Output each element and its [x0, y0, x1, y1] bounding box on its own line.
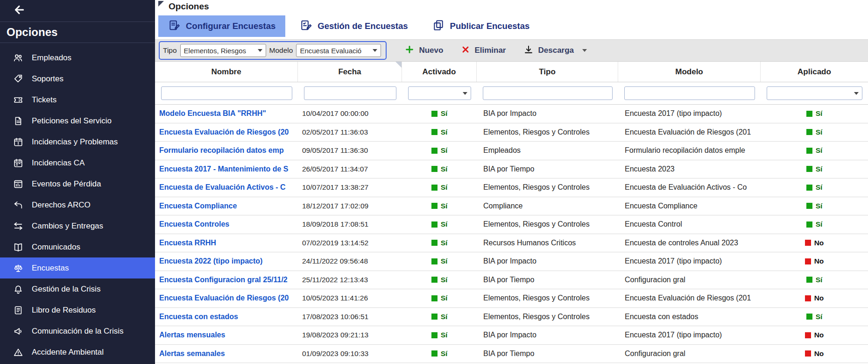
chart-icon: [13, 179, 24, 189]
sidebar-item-label: Tickets: [32, 95, 56, 105]
sidebar-item-empleados[interactable]: Empleados: [0, 47, 155, 68]
sidebar-item-label: Libro de Residuos: [32, 306, 96, 315]
row-name-link[interactable]: Encuesta 2022 (tipo impacto): [159, 257, 262, 265]
row-aplicado-status: Sí: [761, 128, 868, 136]
sidebar-item-comunicados[interactable]: Comunicados: [0, 236, 155, 257]
sidebar-item-comunicacion-de-la-crisis[interactable]: Comunicación de la Crisis: [0, 321, 155, 342]
row-name-link[interactable]: Alertas mensuales: [159, 331, 225, 339]
chevron-down-icon: [258, 49, 262, 52]
row-activado-status: Sí: [402, 257, 477, 265]
eliminar-label: Eliminar: [474, 46, 506, 55]
table-row[interactable]: Encuesta Configuracion gral 25/11/2 25/1…: [155, 271, 868, 290]
status-square-icon: [806, 314, 812, 320]
sidebar-item-eventos-de-perdida[interactable]: Eventos de Pérdida: [0, 173, 155, 194]
chevron-down-icon: [463, 92, 467, 95]
filter-select-activado[interactable]: [408, 86, 471, 100]
nuevo-button[interactable]: Nuevo: [404, 44, 443, 57]
row-fecha: 18/12/2017 17:02:09: [298, 202, 402, 210]
table-row[interactable]: Encuesta Evaluación de Riesgos (20 10/05…: [155, 289, 868, 308]
sidebar-item-encuestas[interactable]: Encuestas: [0, 257, 155, 278]
row-name-link[interactable]: Alertas semanales: [159, 350, 225, 357]
tipo-select-value: Elementos, Riesgos: [184, 47, 246, 55]
row-name-link[interactable]: Encuesta Compliance: [159, 202, 237, 210]
filter-input-nombre[interactable]: [161, 86, 292, 100]
table-row[interactable]: Formulario recopilación datos emp 09/05/…: [155, 142, 868, 160]
tab-publicar-encuestas[interactable]: Publicar Encuestas: [423, 15, 540, 37]
sidebar-item-soportes[interactable]: Soportes: [0, 68, 155, 89]
sidebar-item-tickets[interactable]: Tickets: [0, 89, 155, 110]
row-name-link[interactable]: Encuesta 2017 - Mantenimiento de S: [159, 165, 289, 173]
column-header-fecha[interactable]: Fecha: [298, 62, 402, 82]
sidebar-item-label: Peticiones del Servicio: [32, 116, 112, 126]
column-header-modelo[interactable]: Modelo: [618, 62, 761, 82]
column-header-aplicado[interactable]: Aplicado: [761, 62, 868, 82]
row-activado-status: Sí: [402, 128, 477, 136]
row-tipo: BIA por Tiempo: [477, 276, 618, 284]
collapse-panel-icon[interactable]: [158, 1, 164, 7]
row-aplicado-status: Sí: [761, 109, 868, 118]
modelo-select[interactable]: Encuesta Evaluació: [296, 44, 381, 57]
surveys-table: Nombre Fecha Activado Tipo Modelo Aplica…: [155, 62, 868, 364]
table-row[interactable]: Encuesta Compliance 18/12/2017 17:02:09 …: [155, 197, 868, 216]
table-header: Nombre Fecha Activado Tipo Modelo Aplica…: [155, 62, 868, 82]
sidebar-item-cambios-y-entregas[interactable]: Cambios y Entregas: [0, 215, 155, 236]
column-header-tipo[interactable]: Tipo: [477, 62, 618, 82]
filter-input-fecha[interactable]: [304, 86, 396, 100]
filter-input-modelo[interactable]: [624, 86, 755, 100]
row-fecha: 24/11/2022 09:56:48: [298, 257, 402, 265]
tab-configurar-encuestas[interactable]: Configurar Encuestas: [158, 15, 285, 37]
table-row[interactable]: Encuesta Evaluación de Riesgos (20 02/05…: [155, 123, 868, 142]
status-square-icon: [431, 277, 438, 283]
row-name-link[interactable]: Encuesta Controles: [159, 220, 229, 228]
row-tipo: Elementos, Riesgos y Controles: [477, 183, 618, 192]
descarga-button[interactable]: Descarga: [523, 44, 587, 57]
table-row[interactable]: Encuesta 2017 - Mantenimiento de S 26/05…: [155, 160, 868, 179]
sidebar-item-accidente-ambiental[interactable]: Accidente Ambiental: [0, 342, 155, 363]
filter-input-tipo[interactable]: [483, 86, 613, 100]
row-modelo: Encuesta 2023: [618, 165, 761, 173]
status-square-icon: [805, 332, 811, 338]
table-row[interactable]: Alertas mensuales 19/08/2023 09:21:13 Sí…: [155, 326, 868, 345]
row-name-link[interactable]: Formulario recopilación datos emp: [159, 146, 284, 154]
filter-select-aplicado[interactable]: [767, 86, 862, 100]
sidebar-item-label: Gestión de la Crisis: [32, 285, 100, 294]
row-name-link[interactable]: Modelo Encuesta BIA "RRHH": [159, 109, 266, 117]
row-name-link[interactable]: Encuesta RRHH: [159, 239, 216, 247]
row-modelo: Encuesta de Evaluación Activos - Co: [618, 183, 761, 192]
row-name-link[interactable]: Encuesta de Evaluación Activos - C: [159, 183, 286, 191]
row-name-link[interactable]: Encuesta con estados: [159, 313, 238, 321]
table-row[interactable]: Modelo Encuesta BIA "RRHH" 10/04/2017 00…: [155, 105, 868, 123]
status-square-icon: [805, 350, 811, 357]
column-header-activado[interactable]: Activado: [402, 62, 477, 82]
sidebar-item-derechos-arco[interactable]: Derechos ARCO: [0, 194, 155, 215]
sidebar-item-gestion-de-la-crisis[interactable]: Gestión de la Crisis: [0, 278, 155, 300]
table-row[interactable]: Encuesta con estados 17/08/2023 10:06:51…: [155, 308, 868, 327]
column-header-nombre[interactable]: Nombre: [155, 62, 298, 82]
row-activado-status: Sí: [402, 276, 477, 284]
eliminar-button[interactable]: Eliminar: [461, 45, 506, 57]
table-row[interactable]: Encuesta Controles 18/09/2018 17:08:51 S…: [155, 215, 868, 234]
row-tipo: BIA por Impacto: [477, 109, 618, 118]
table-row[interactable]: Encuesta RRHH 07/02/2019 13:14:52 Sí Rec…: [155, 234, 868, 253]
sidebar-item-peticiones-del-servicio[interactable]: Peticiones del Servicio: [0, 110, 155, 131]
plus-icon: [404, 44, 415, 57]
table-row[interactable]: Encuesta 2022 (tipo impacto) 24/11/2022 …: [155, 252, 868, 271]
publish-surveys-icon: [432, 19, 445, 34]
row-name-link[interactable]: Encuesta Evaluación de Riesgos (20: [159, 128, 289, 136]
sidebar-item-libro-de-residuos[interactable]: Libro de Residuos: [0, 300, 155, 321]
status-square-icon: [431, 129, 438, 135]
row-modelo: Encuesta Evaluación de Riesgos (201: [618, 128, 761, 136]
row-name-link[interactable]: Encuesta Configuracion gral 25/11/2: [159, 276, 288, 284]
notebook-icon: [13, 305, 24, 315]
back-button[interactable]: [0, 0, 155, 22]
row-activado-status: Sí: [402, 109, 477, 118]
sidebar-item-incidencias-ca[interactable]: Incidencias CA: [0, 152, 155, 173]
tipo-select[interactable]: Elementos, Riesgos: [180, 44, 266, 57]
status-square-icon: [431, 240, 438, 246]
row-aplicado-status: Sí: [761, 313, 868, 321]
tab-gestion-de-encuestas[interactable]: Gestión de Encuestas: [290, 15, 417, 37]
table-row[interactable]: Alertas semanales 01/09/2023 09:10:33 Sí…: [155, 345, 868, 364]
sidebar-item-incidencias-y-problemas[interactable]: Incidencias y Problemas: [0, 131, 155, 152]
row-name-link[interactable]: Encuesta Evaluación de Riesgos (20: [159, 294, 289, 302]
table-row[interactable]: Encuesta de Evaluación Activos - C 10/07…: [155, 178, 868, 197]
